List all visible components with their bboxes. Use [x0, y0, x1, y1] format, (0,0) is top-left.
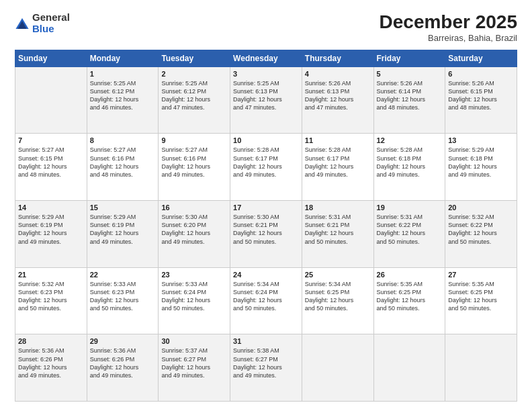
calendar-week-row: 21Sunrise: 5:32 AM Sunset: 6:23 PM Dayli…	[15, 267, 517, 334]
day-info: Sunrise: 5:30 AM Sunset: 6:20 PM Dayligh…	[161, 213, 227, 246]
day-info: Sunrise: 5:29 AM Sunset: 6:19 PM Dayligh…	[18, 213, 84, 246]
table-row: 2Sunrise: 5:25 AM Sunset: 6:12 PM Daylig…	[159, 66, 230, 134]
table-row	[15, 66, 87, 134]
calendar-week-row: 28Sunrise: 5:36 AM Sunset: 6:26 PM Dayli…	[15, 334, 517, 402]
day-info: Sunrise: 5:26 AM Sunset: 6:15 PM Dayligh…	[448, 79, 514, 112]
table-row: 27Sunrise: 5:35 AM Sunset: 6:25 PM Dayli…	[445, 267, 517, 334]
day-number: 3	[233, 70, 299, 78]
day-number: 28	[18, 337, 84, 345]
day-number: 11	[305, 136, 371, 144]
calendar-week-row: 14Sunrise: 5:29 AM Sunset: 6:19 PM Dayli…	[15, 201, 517, 268]
calendar-week-row: 7Sunrise: 5:27 AM Sunset: 6:15 PM Daylig…	[15, 134, 517, 201]
day-info: Sunrise: 5:32 AM Sunset: 6:22 PM Dayligh…	[448, 213, 514, 246]
day-info: Sunrise: 5:27 AM Sunset: 6:16 PM Dayligh…	[161, 146, 227, 179]
day-info: Sunrise: 5:27 AM Sunset: 6:16 PM Dayligh…	[90, 146, 156, 179]
table-row: 8Sunrise: 5:27 AM Sunset: 6:16 PM Daylig…	[87, 134, 159, 201]
table-row: 22Sunrise: 5:33 AM Sunset: 6:23 PM Dayli…	[87, 267, 159, 334]
day-number: 31	[233, 337, 299, 345]
day-number: 12	[377, 136, 443, 144]
table-row: 29Sunrise: 5:36 AM Sunset: 6:26 PM Dayli…	[87, 334, 159, 402]
day-number: 8	[90, 136, 156, 144]
table-row: 24Sunrise: 5:34 AM Sunset: 6:24 PM Dayli…	[230, 267, 302, 334]
header-saturday: Saturday	[445, 50, 517, 66]
table-row: 23Sunrise: 5:33 AM Sunset: 6:24 PM Dayli…	[159, 267, 230, 334]
title-area: December 2025 Barreiras, Bahia, Brazil	[380, 12, 517, 43]
day-number: 17	[233, 203, 299, 212]
table-row: 14Sunrise: 5:29 AM Sunset: 6:19 PM Dayli…	[15, 201, 87, 268]
day-number: 6	[448, 70, 514, 78]
logo-text: General Blue	[32, 12, 70, 34]
day-number: 21	[18, 271, 84, 279]
table-row: 5Sunrise: 5:26 AM Sunset: 6:14 PM Daylig…	[373, 66, 445, 134]
table-row: 26Sunrise: 5:35 AM Sunset: 6:25 PM Dayli…	[373, 267, 445, 334]
day-info: Sunrise: 5:25 AM Sunset: 6:13 PM Dayligh…	[233, 79, 299, 112]
table-row: 30Sunrise: 5:37 AM Sunset: 6:27 PM Dayli…	[159, 334, 230, 402]
table-row: 20Sunrise: 5:32 AM Sunset: 6:22 PM Dayli…	[445, 201, 517, 268]
day-number: 29	[90, 337, 156, 345]
month-title: December 2025	[380, 12, 517, 33]
table-row: 10Sunrise: 5:28 AM Sunset: 6:17 PM Dayli…	[230, 134, 302, 201]
table-row: 11Sunrise: 5:28 AM Sunset: 6:17 PM Dayli…	[302, 134, 373, 201]
day-number: 18	[305, 203, 371, 212]
logo: General Blue	[15, 12, 70, 34]
header-friday: Friday	[373, 50, 445, 66]
day-info: Sunrise: 5:33 AM Sunset: 6:24 PM Dayligh…	[161, 280, 227, 313]
calendar-table: Sunday Monday Tuesday Wednesday Thursday…	[15, 50, 517, 402]
day-number: 26	[377, 271, 443, 279]
day-info: Sunrise: 5:35 AM Sunset: 6:25 PM Dayligh…	[377, 280, 443, 313]
table-row: 12Sunrise: 5:28 AM Sunset: 6:18 PM Dayli…	[373, 134, 445, 201]
day-number: 20	[448, 203, 514, 212]
table-row: 3Sunrise: 5:25 AM Sunset: 6:13 PM Daylig…	[230, 66, 302, 134]
table-row: 15Sunrise: 5:29 AM Sunset: 6:19 PM Dayli…	[87, 201, 159, 268]
day-info: Sunrise: 5:35 AM Sunset: 6:25 PM Dayligh…	[448, 280, 514, 313]
day-number: 4	[305, 70, 371, 78]
day-number: 15	[90, 203, 156, 212]
table-row: 6Sunrise: 5:26 AM Sunset: 6:15 PM Daylig…	[445, 66, 517, 134]
header-thursday: Thursday	[302, 50, 373, 66]
table-row	[373, 334, 445, 402]
day-number: 24	[233, 271, 299, 279]
header-tuesday: Tuesday	[159, 50, 230, 66]
day-number: 14	[18, 203, 84, 212]
day-info: Sunrise: 5:33 AM Sunset: 6:23 PM Dayligh…	[90, 280, 156, 313]
day-number: 1	[90, 70, 156, 78]
table-row: 31Sunrise: 5:38 AM Sunset: 6:27 PM Dayli…	[230, 334, 302, 402]
logo-icon	[15, 16, 30, 31]
day-number: 25	[305, 271, 371, 279]
table-row: 1Sunrise: 5:25 AM Sunset: 6:12 PM Daylig…	[87, 66, 159, 134]
day-number: 16	[161, 203, 227, 212]
day-number: 13	[448, 136, 514, 144]
day-info: Sunrise: 5:31 AM Sunset: 6:22 PM Dayligh…	[377, 213, 443, 246]
day-info: Sunrise: 5:36 AM Sunset: 6:26 PM Dayligh…	[18, 347, 84, 379]
day-info: Sunrise: 5:34 AM Sunset: 6:24 PM Dayligh…	[233, 280, 299, 313]
day-number: 5	[377, 70, 443, 78]
day-info: Sunrise: 5:25 AM Sunset: 6:12 PM Dayligh…	[161, 79, 227, 112]
day-info: Sunrise: 5:29 AM Sunset: 6:19 PM Dayligh…	[90, 213, 156, 246]
table-row: 28Sunrise: 5:36 AM Sunset: 6:26 PM Dayli…	[15, 334, 87, 402]
day-info: Sunrise: 5:28 AM Sunset: 6:17 PM Dayligh…	[305, 146, 371, 179]
day-info: Sunrise: 5:30 AM Sunset: 6:21 PM Dayligh…	[233, 213, 299, 246]
table-row	[445, 334, 517, 402]
day-info: Sunrise: 5:26 AM Sunset: 6:13 PM Dayligh…	[305, 79, 371, 112]
day-info: Sunrise: 5:37 AM Sunset: 6:27 PM Dayligh…	[161, 347, 227, 379]
day-info: Sunrise: 5:38 AM Sunset: 6:27 PM Dayligh…	[233, 347, 299, 379]
day-info: Sunrise: 5:25 AM Sunset: 6:12 PM Dayligh…	[90, 79, 156, 112]
day-number: 27	[448, 271, 514, 279]
day-info: Sunrise: 5:29 AM Sunset: 6:18 PM Dayligh…	[448, 146, 514, 179]
table-row: 25Sunrise: 5:34 AM Sunset: 6:25 PM Dayli…	[302, 267, 373, 334]
day-number: 19	[377, 203, 443, 212]
day-info: Sunrise: 5:32 AM Sunset: 6:23 PM Dayligh…	[18, 280, 84, 313]
day-number: 7	[18, 136, 84, 144]
day-number: 22	[90, 271, 156, 279]
table-row: 9Sunrise: 5:27 AM Sunset: 6:16 PM Daylig…	[159, 134, 230, 201]
day-info: Sunrise: 5:28 AM Sunset: 6:18 PM Dayligh…	[377, 146, 443, 179]
day-number: 9	[161, 136, 227, 144]
day-info: Sunrise: 5:36 AM Sunset: 6:26 PM Dayligh…	[90, 347, 156, 379]
day-number: 30	[161, 337, 227, 345]
logo-general: General	[32, 11, 70, 23]
table-row: 7Sunrise: 5:27 AM Sunset: 6:15 PM Daylig…	[15, 134, 87, 201]
day-info: Sunrise: 5:28 AM Sunset: 6:17 PM Dayligh…	[233, 146, 299, 179]
header-wednesday: Wednesday	[230, 50, 302, 66]
day-info: Sunrise: 5:27 AM Sunset: 6:15 PM Dayligh…	[18, 146, 84, 179]
table-row: 18Sunrise: 5:31 AM Sunset: 6:21 PM Dayli…	[302, 201, 373, 268]
